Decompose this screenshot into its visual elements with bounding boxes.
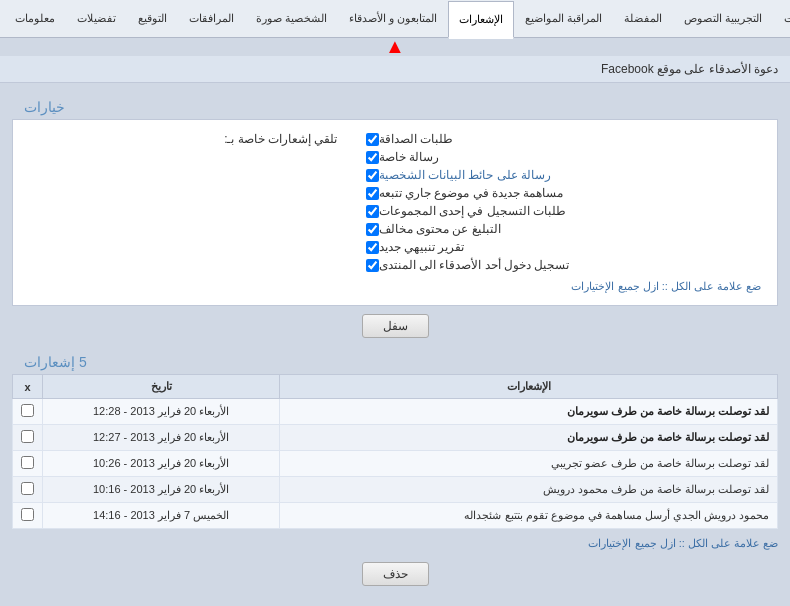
notification-text-1: لقد توصلت برسالة خاصة من طرف سويرمان — [280, 425, 778, 451]
arrow-indicator-row: ▲ — [0, 38, 790, 56]
notification-checkbox-3[interactable] — [21, 482, 34, 495]
notification-checkbox-col-2 — [13, 451, 43, 477]
table-row: لقد توصلت برسالة خاصة من طرف سويرمانالأر… — [13, 425, 778, 451]
options-section-header: خيارات — [12, 91, 778, 119]
checkbox-row-cb2: رسالة خاصة — [360, 150, 762, 164]
notification-checkbox-1[interactable] — [21, 430, 34, 443]
table-row: محمود درويش الجدي أرسل مساهمة في موضوع ت… — [13, 503, 778, 529]
tab-الأصدقاء[interactable]: المتابعون و الأصدقاء — [338, 0, 448, 37]
notification-text-2: لقد توصلت برسالة خاصة من طرف عضو تجريبي — [280, 451, 778, 477]
notification-text-4: محمود درويش الجدي أرسل مساهمة في موضوع ت… — [280, 503, 778, 529]
checkbox-row-cb7: تقرير تنبيهي جديد — [360, 240, 762, 254]
tab-صورة-شخصية[interactable]: الشخصية صورة — [245, 0, 338, 37]
checkbox-cb4[interactable] — [366, 187, 379, 200]
col-header-date: تاريخ — [43, 375, 280, 399]
checkbox-label-cb7: تقرير تنبيهي جديد — [379, 240, 465, 254]
tab-المواضيع[interactable]: المراقبة المواضيع — [514, 0, 613, 37]
checkbox-label-cb8: تسجيل دخول أحد الأصدقاء الى المنتدى — [379, 258, 570, 272]
checkbox-label-cb3: رسالة على حائط البيانات الشخصية — [379, 168, 551, 182]
delete-button[interactable]: حذف — [362, 562, 429, 586]
checkboxes-container: طلبات الصداقةرسالة خاصةرسالة على حائط ال… — [360, 132, 762, 272]
checkbox-cb7[interactable] — [366, 241, 379, 254]
table-row: لقد توصلت برسالة خاصة من طرف محمود درويش… — [13, 477, 778, 503]
checkbox-label-cb5: طلبات التسجيل في إحدى المجموعات — [379, 204, 566, 218]
checkbox-row-cb5: طلبات التسجيل في إحدى المجموعات — [360, 204, 762, 218]
tab-معلومات[interactable]: معلومات — [4, 0, 66, 37]
checkbox-row-cb8: تسجيل دخول أحد الأصدقاء الى المنتدى — [360, 258, 762, 272]
notif-select-all-link[interactable]: ضع علامة على الكل :: ازل جميع الإختيارات — [588, 537, 778, 549]
notifications-count-header: 5 إشعارات — [12, 346, 778, 374]
checkbox-row-cb1: طلبات الصداقة — [360, 132, 762, 146]
checkbox-cb8[interactable] — [366, 259, 379, 272]
table-row: لقد توصلت برسالة خاصة من طرف عضو تجريبيا… — [13, 451, 778, 477]
checkbox-cb6[interactable] — [366, 223, 379, 236]
checkbox-cb2[interactable] — [366, 151, 379, 164]
checkbox-link-cb3[interactable]: رسالة على حائط البيانات الشخصية — [379, 168, 551, 182]
select-all-link[interactable]: ضع علامة على الكل :: ازل جميع الإختيارات — [571, 280, 761, 292]
notification-checkbox-col-0 — [13, 399, 43, 425]
up-arrow-icon: ▲ — [385, 36, 405, 56]
notification-checkbox-col-3 — [13, 477, 43, 503]
notification-date-3: الأربعاء 20 فراير 2013 - 10:16 — [43, 477, 280, 503]
notification-date-1: الأربعاء 20 فراير 2013 - 12:27 — [43, 425, 280, 451]
col-header-x: x — [13, 375, 43, 399]
tab-المفضلة[interactable]: المفضلة — [613, 0, 673, 37]
tab-الاجتماعية[interactable]: الاجتماعية المنبّهات — [773, 0, 790, 37]
notification-checkbox-4[interactable] — [21, 508, 34, 521]
checkbox-cb3[interactable] — [366, 169, 379, 182]
notification-date-0: الأربعاء 20 فراير 2013 - 12:28 — [43, 399, 280, 425]
checkbox-cb1[interactable] — [366, 133, 379, 146]
tab-التوقيع[interactable]: التوقيع — [127, 0, 178, 37]
page-subtitle: دعوة الأصدقاء على موقع Facebook — [0, 56, 790, 83]
notification-date-4: الخميس 7 فراير 2013 - 14:16 — [43, 503, 280, 529]
table-row: لقد توصلت برسالة خاصة من طرف سويرمانالأر… — [13, 399, 778, 425]
checkbox-row-cb6: التبليغ عن محتوى مخالف — [360, 222, 762, 236]
checkbox-cb5[interactable] — [366, 205, 379, 218]
checkbox-row-cb4: مساهمة جديدة في موضوع جاري تتبعه — [360, 186, 762, 200]
top-navigation: معلومات تفضيلات التوقيع المرافقات الشخصي… — [0, 0, 790, 38]
notification-checkbox-2[interactable] — [21, 456, 34, 469]
col-header-notifications: الإشعارات — [280, 375, 778, 399]
checkbox-row-cb3: رسالة على حائط البيانات الشخصية — [360, 168, 762, 182]
tab-التجريبية[interactable]: التجريبية التصوص — [673, 0, 773, 37]
notification-checkbox-col-1 — [13, 425, 43, 451]
notification-text-3: لقد توصلت برسالة خاصة من طرف محمود درويش — [280, 477, 778, 503]
options-box: طلبات الصداقةرسالة خاصةرسالة على حائط ال… — [12, 119, 778, 306]
tab-المرافقات[interactable]: المرافقات — [178, 0, 245, 37]
notif-select-all: ضع علامة على الكل :: ازل جميع الإختيارات — [12, 533, 778, 554]
checkbox-label-cb2: رسالة خاصة — [379, 150, 439, 164]
main-content: خيارات طلبات الصداقةرسالة خاصةرسالة على … — [0, 83, 790, 602]
checkbox-label-cb4: مساهمة جديدة في موضوع جاري تتبعه — [379, 186, 564, 200]
select-all-options: ضع علامة على الكل :: ازل جميع الإختيارات — [360, 280, 762, 293]
notification-date-2: الأربعاء 20 فراير 2013 - 10:26 — [43, 451, 280, 477]
notifications-label: تلقي إشعارات خاصة بـ: — [224, 132, 337, 146]
tab-تفضيلات[interactable]: تفضيلات — [66, 0, 127, 37]
notification-checkbox-col-4 — [13, 503, 43, 529]
notifications-table-container: الإشعارات تاريخ x لقد توصلت برسالة خاصة … — [12, 374, 778, 554]
save-button[interactable]: سفل — [362, 314, 429, 338]
notification-checkbox-0[interactable] — [21, 404, 34, 417]
notification-text-0: لقد توصلت برسالة خاصة من طرف سويرمان — [280, 399, 778, 425]
notifications-tbody: لقد توصلت برسالة خاصة من طرف سويرمانالأر… — [13, 399, 778, 529]
notifications-table: الإشعارات تاريخ x لقد توصلت برسالة خاصة … — [12, 374, 778, 529]
checkbox-label-cb6: التبليغ عن محتوى مخالف — [379, 222, 501, 236]
checkbox-label-cb1: طلبات الصداقة — [379, 132, 453, 146]
tab-الإشعارات[interactable]: الإشعارات — [448, 1, 514, 38]
